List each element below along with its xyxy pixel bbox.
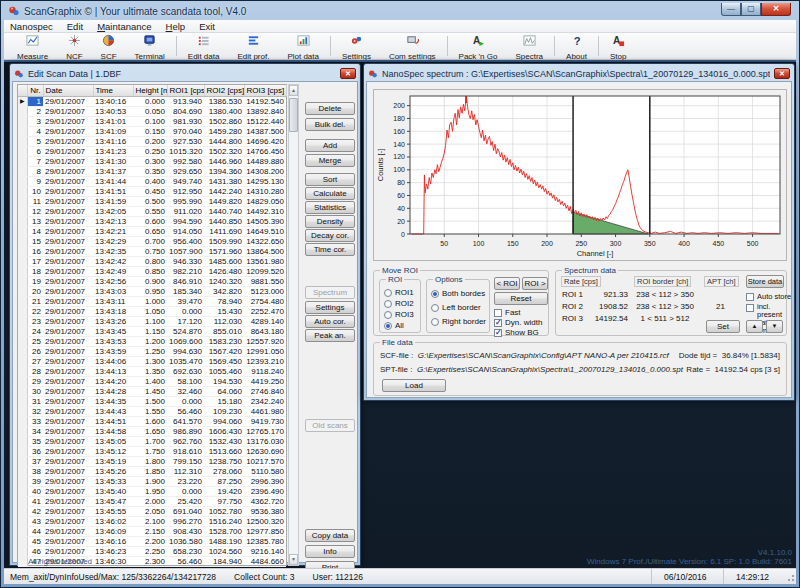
column-header[interactable]: Time xyxy=(93,85,133,96)
roi-left-button[interactable]: < ROI xyxy=(494,277,520,290)
table-row[interactable]: 1429/01/200713:42:210.650914.0501411.690… xyxy=(18,226,286,236)
radio-right-border[interactable]: Right border xyxy=(431,317,486,326)
table-row[interactable]: 3129/01/200713:44:351.5000.00015.1802342… xyxy=(18,396,286,406)
scrollbar-thumb[interactable] xyxy=(289,98,298,132)
table-row[interactable]: 4029/01/200713:45:401.9500.00019.4202396… xyxy=(18,486,286,496)
info-button[interactable]: Info xyxy=(305,545,355,558)
table-row[interactable]: 2029/01/200713:43:030.950185.340342.8205… xyxy=(18,286,286,296)
table-row[interactable]: 2929/01/200713:44:201.40058.100194.53044… xyxy=(18,376,286,386)
sort-button[interactable]: Sort xyxy=(305,173,355,186)
copy-data-button[interactable]: Copy data xyxy=(305,529,355,542)
toolbar-plot-data-button[interactable]: Plot data xyxy=(278,33,328,59)
table-row[interactable]: 4329/01/200713:46:022.100996.2701516.240… xyxy=(18,516,286,526)
table-row[interactable]: 4129/01/200713:45:472.00025.42097.750436… xyxy=(18,496,286,506)
table-row[interactable]: 329/01/200713:41:010.100981.9301502.8601… xyxy=(18,116,286,126)
time-cor--button[interactable]: Time cor. xyxy=(305,243,355,256)
statistics-button[interactable]: Statistics xyxy=(305,201,355,214)
toolbar-edit-data-button[interactable]: Edit data xyxy=(179,33,229,59)
scan-table-scrollbar[interactable]: ▲ ▼ xyxy=(288,84,299,566)
table-row[interactable]: 2429/01/200713:43:451.150524.870855.0108… xyxy=(18,326,286,336)
radio-both-bordes[interactable]: Both bordes xyxy=(431,289,485,298)
column-header[interactable]: Date xyxy=(43,85,93,96)
toolbar-about-button[interactable]: ?About xyxy=(557,33,596,59)
auto-cor--button[interactable]: Auto cor. xyxy=(305,315,355,328)
table-row[interactable]: 4429/01/200713:46:092.150908.4301528.700… xyxy=(18,526,286,536)
store-down-button[interactable]: ▼ xyxy=(766,320,783,333)
table-row[interactable]: 629/01/200713:41:230.2501015.3201502.320… xyxy=(18,146,286,156)
scroll-down-icon[interactable]: ▼ xyxy=(289,554,298,565)
table-row[interactable]: 3629/01/200713:45:121.750918.6101513.660… xyxy=(18,446,286,456)
decay-cor--button[interactable]: Decay cor. xyxy=(305,229,355,242)
roi-right-button[interactable]: ROI > xyxy=(522,277,548,290)
radio-roi1[interactable]: ROI1 xyxy=(384,288,414,297)
scan-window-close-icon[interactable]: ✕ xyxy=(340,68,356,79)
main-titlebar[interactable]: ScanGraphix © | Your ultimate scandata t… xyxy=(4,3,796,20)
delete-button[interactable]: Delete xyxy=(305,102,355,115)
toolbar-stop-button[interactable]: AStop xyxy=(601,33,635,59)
scan-window-titlebar[interactable]: Edit Scan Data | 1.DBF ✕ xyxy=(12,66,358,81)
toolbar-spectra-button[interactable]: Spectra xyxy=(506,33,552,59)
table-row[interactable]: 929/01/200713:41:440.400949.7401431.3801… xyxy=(18,176,286,186)
column-header[interactable]: ROI1 [cps] xyxy=(167,85,204,96)
table-row[interactable]: 3829/01/200713:45:261.850112.310278.0605… xyxy=(18,466,286,476)
table-row[interactable]: 1229/01/200713:42:050.550911.0201440.740… xyxy=(18,206,286,216)
checkbox-dyn-width[interactable]: Dyn. width xyxy=(494,318,542,327)
toolbar-ncf-button[interactable]: NCF xyxy=(57,33,91,59)
table-row[interactable]: 729/01/200713:41:300.300992.5801446.9601… xyxy=(18,156,286,166)
table-row[interactable]: 3229/01/200713:44:431.55056.460109.23044… xyxy=(18,406,286,416)
table-row[interactable]: 2629/01/200713:43:591.250994.6301567.420… xyxy=(18,346,286,356)
column-header[interactable]: ROI2 [cps] xyxy=(204,85,244,96)
table-row[interactable]: 3029/01/200713:44:281.45032.46064.060274… xyxy=(18,386,286,396)
table-row[interactable]: 1529/01/200713:42:290.700956.4001509.990… xyxy=(18,236,286,246)
radio-left-border[interactable]: Left border xyxy=(431,303,481,312)
table-row[interactable]: 3929/01/200713:45:331.90023.22087.250299… xyxy=(18,476,286,486)
checkbox-fast[interactable]: Fast xyxy=(494,308,521,317)
table-row[interactable]: 3329/01/200713:44:511.600641.570994.0609… xyxy=(18,416,286,426)
table-row[interactable]: 3729/01/200713:45:191.800799.1501238.750… xyxy=(18,456,286,466)
table-row[interactable]: ▶129/01/200713:40:160.000913.9401386.530… xyxy=(18,96,286,106)
menu-item-edit[interactable]: Edit xyxy=(67,21,83,32)
menu-item-help[interactable]: Help xyxy=(166,21,186,32)
table-row[interactable]: 4529/01/200713:46:162.2001036.5801488.19… xyxy=(18,536,286,546)
table-row[interactable]: 829/01/200713:41:370.350929.6501394.3601… xyxy=(18,166,286,176)
toolbar-pack-n-go-button[interactable]: APack 'n Go xyxy=(450,33,507,59)
table-row[interactable]: 2229/01/200713:43:181.0500.00015.4302252… xyxy=(18,306,286,316)
table-row[interactable]: 3429/01/200713:44:581.650986.8901606.430… xyxy=(18,426,286,436)
column-header[interactable]: Height [m] xyxy=(133,85,167,96)
density-button[interactable]: Density xyxy=(305,215,355,228)
menu-item-maintanance[interactable]: Maintanance xyxy=(97,21,151,32)
table-row[interactable]: 1829/01/200713:42:490.850982.2101426.480… xyxy=(18,266,286,276)
menu-item-nanospec[interactable]: Nanospec xyxy=(10,21,53,32)
table-row[interactable]: 3529/01/200713:45:051.700962.7601532.430… xyxy=(18,436,286,446)
bulk-del--button[interactable]: Bulk del. xyxy=(305,118,355,131)
table-row[interactable]: 2329/01/200713:43:261.10017.120112.03042… xyxy=(18,316,286,326)
resize-grip[interactable] xyxy=(785,572,795,582)
toolbar-scf-button[interactable]: SCF xyxy=(92,33,126,59)
table-row[interactable]: 229/01/200713:40:530.050804.6901380.4001… xyxy=(18,106,286,116)
close-button[interactable]: ✕ xyxy=(761,3,791,16)
table-row[interactable]: 2729/01/200713:44:061.3001035.4701569.45… xyxy=(18,356,286,366)
column-header[interactable]: Nr. xyxy=(27,85,43,96)
table-row[interactable]: 2529/01/200713:43:531.2001069.6001583.23… xyxy=(18,336,286,346)
table-row[interactable]: 4629/01/200713:46:232.250658.2301024.560… xyxy=(18,546,286,556)
add-button[interactable]: Add xyxy=(305,139,355,152)
toolbar-settings-button[interactable]: Settings xyxy=(333,33,380,59)
calculate-button[interactable]: Calculate xyxy=(305,187,355,200)
table-row[interactable]: 1729/01/200713:42:420.800946.3301485.600… xyxy=(18,256,286,266)
scroll-up-icon[interactable]: ▲ xyxy=(289,85,298,96)
toolbar-edit-prof--button[interactable]: Edit prof. xyxy=(228,33,278,59)
reset-button[interactable]: Reset xyxy=(494,292,548,305)
checkbox-show-bg[interactable]: Show BG xyxy=(494,328,539,337)
table-row[interactable]: 429/01/200713:41:090.150970.0401459.2801… xyxy=(18,126,286,136)
radio-all[interactable]: All xyxy=(384,321,404,330)
spectrum-chart[interactable]: 5010015020025030035040045050002040608010… xyxy=(373,89,787,261)
column-header[interactable]: ROI3 [cps] xyxy=(244,85,286,96)
toolbar-measure-button[interactable]: Measure xyxy=(8,33,57,59)
table-row[interactable]: 1029/01/200713:41:510.450912.9501442.240… xyxy=(18,186,286,196)
table-row[interactable]: 529/01/200713:41:160.200927.5301444.8001… xyxy=(18,136,286,146)
minimize-button[interactable]: — xyxy=(721,3,741,16)
table-row[interactable]: 2129/01/200713:43:111.00039.47078.940275… xyxy=(18,296,286,306)
spectrum-window-close-icon[interactable]: ✕ xyxy=(774,68,790,79)
spectrum-window-titlebar[interactable]: NanoSpec spectrum : G:\Expertises\SCAN\S… xyxy=(366,66,792,81)
table-row[interactable]: 1129/01/200713:41:590.500995.9901449.820… xyxy=(18,196,286,206)
